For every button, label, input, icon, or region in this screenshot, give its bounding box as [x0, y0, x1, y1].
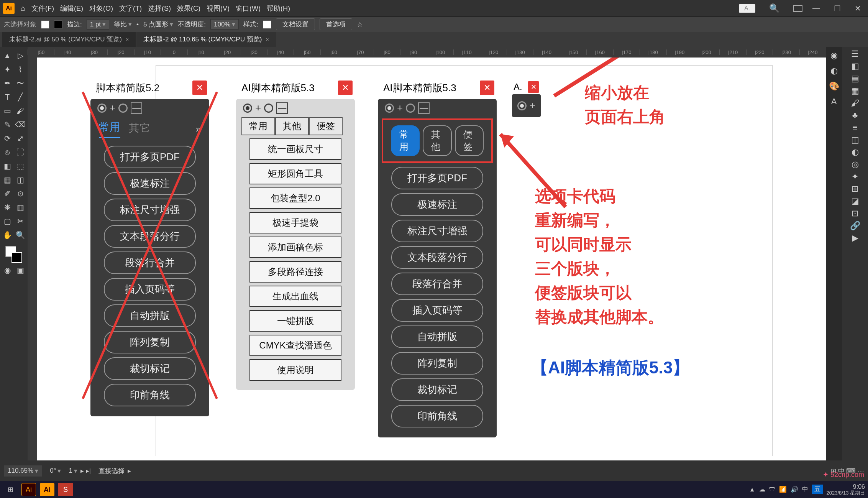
tray-icon[interactable]: ☁: [759, 486, 765, 493]
minimize-button[interactable]: —: [809, 4, 824, 13]
script-button[interactable]: 印前角线: [391, 405, 483, 427]
tray-volume-icon[interactable]: 🔊: [791, 486, 798, 493]
menu-help[interactable]: 帮助(H): [267, 4, 290, 13]
radio-on[interactable]: [243, 104, 252, 113]
menu-edit[interactable]: 编辑(E): [60, 4, 83, 13]
tab-notes[interactable]: 便签: [455, 125, 484, 156]
tray-ime-icon[interactable]: 中: [802, 485, 808, 493]
menu-effect[interactable]: 效果(C): [177, 4, 200, 13]
artboard-nav[interactable]: 1: [69, 467, 77, 475]
menu-window[interactable]: 窗口(W): [236, 4, 261, 13]
opacity-input[interactable]: 100%: [210, 19, 239, 30]
color-panel-icon[interactable]: ◉: [830, 51, 838, 61]
brushes-icon[interactable]: 🖌: [851, 98, 859, 108]
script-button[interactable]: 极速标注: [104, 172, 196, 195]
pathfinder-icon[interactable]: ◪: [851, 196, 859, 206]
rotate-input[interactable]: 0°: [50, 467, 61, 475]
script-button[interactable]: 矩形圆角工具: [249, 163, 341, 184]
tray-ime-badge[interactable]: 五: [812, 485, 823, 494]
recolor-icon[interactable]: 🎨: [829, 81, 839, 91]
graphic-styles-icon[interactable]: ✦: [852, 172, 858, 182]
script-button[interactable]: 文本段落分行: [391, 246, 483, 269]
tab-other[interactable]: 其他: [423, 125, 451, 156]
script-button[interactable]: 阵列复制: [104, 331, 196, 353]
doc-tab-1[interactable]: 未标题-2.ai @ 50 % (CMYK/CPU 预览)×: [2, 32, 136, 47]
selection-tool[interactable]: ▲: [1, 49, 14, 62]
menu-type[interactable]: 文字(T): [119, 4, 142, 13]
chevron-right-icon[interactable]: »: [196, 124, 201, 135]
tab-common[interactable]: 常用: [391, 125, 420, 156]
pin-icon[interactable]: ☆: [357, 20, 363, 29]
script-button[interactable]: CMYK查找潘通色: [249, 335, 341, 356]
close-icon[interactable]: ✕: [192, 81, 207, 95]
hand-tool[interactable]: ✋: [1, 228, 14, 242]
slice-tool[interactable]: ✂: [14, 215, 27, 228]
zoom-tool[interactable]: 🔍: [14, 228, 27, 242]
script-button[interactable]: 自动拼版: [104, 304, 196, 327]
script-button[interactable]: 段落行合并: [391, 273, 483, 295]
menu-file[interactable]: 文件(F): [31, 4, 54, 13]
close-icon[interactable]: ×: [266, 36, 269, 43]
script-button[interactable]: 一键拼版: [249, 310, 341, 332]
fill-stroke-control[interactable]: [5, 246, 22, 263]
start-button[interactable]: ⊞: [3, 483, 18, 496]
perspective-tool[interactable]: ⬚: [14, 159, 27, 173]
radio-off[interactable]: [264, 104, 273, 113]
curvature-tool[interactable]: 〜: [14, 77, 27, 90]
script-button[interactable]: 多段路径连接: [249, 261, 341, 283]
radio-on[interactable]: [97, 104, 107, 113]
minus-button[interactable]: —: [131, 102, 142, 114]
stroke-icon[interactable]: ≡: [853, 123, 858, 133]
stroke-weight-input[interactable]: 1 pt: [87, 19, 109, 30]
script-button[interactable]: 包装盒型2.0: [249, 187, 341, 209]
script-button[interactable]: 段落行合并: [104, 251, 196, 274]
tab-common[interactable]: 常用: [241, 117, 275, 135]
rotate-tool[interactable]: ⟳: [1, 132, 14, 145]
rect-tool[interactable]: ▭: [1, 104, 14, 117]
script-button[interactable]: 添加画稿色标: [249, 237, 341, 258]
stroke-swatch[interactable]: [54, 20, 62, 29]
line-tool[interactable]: ╱: [14, 90, 27, 104]
actions-icon[interactable]: ▶: [852, 233, 858, 243]
script-button[interactable]: 极速手提袋: [249, 212, 341, 233]
brush-dropdown[interactable]: 5 点圆形: [143, 20, 173, 29]
close-icon[interactable]: ✕: [480, 81, 494, 95]
style-swatch[interactable]: [263, 20, 271, 29]
symbol-spray[interactable]: ❋: [1, 201, 14, 214]
script-button[interactable]: 文本段落分行: [104, 225, 196, 248]
layers-icon[interactable]: ◧: [851, 61, 859, 71]
close-icon[interactable]: ×: [126, 36, 129, 43]
radio-on[interactable]: [385, 104, 394, 113]
script-button[interactable]: 插入页码等: [104, 278, 196, 301]
close-icon[interactable]: ✕: [528, 81, 539, 93]
blend-tool[interactable]: ⊙: [14, 187, 27, 200]
transform-icon[interactable]: ⊡: [852, 209, 858, 219]
tray-icon[interactable]: 🛡: [769, 486, 775, 493]
script-button[interactable]: 阵列复制: [391, 352, 483, 375]
tab-other[interactable]: 其他: [275, 117, 309, 135]
appearance-icon[interactable]: ◎: [852, 159, 859, 169]
transparency-icon[interactable]: ◐: [852, 147, 859, 157]
eyedropper-tool[interactable]: ✐: [1, 187, 14, 200]
lasso-tool[interactable]: ⌇: [14, 63, 27, 76]
symbols-icon[interactable]: ♣: [852, 110, 858, 120]
doc-tab-2[interactable]: 未标题-2 @ 110.65 % (CMYK/CPU 预览)×: [136, 32, 276, 47]
canvas[interactable]: 脚本精简版5.2 ✕ + — 常用 其它 » 打开多页PDF 极速标注 标注尺寸…: [37, 58, 826, 477]
color-mode[interactable]: ◉: [1, 264, 14, 277]
uniform-dropdown[interactable]: 等比: [114, 20, 132, 29]
prefs-button[interactable]: 首选项: [320, 18, 352, 30]
taskbar-app[interactable]: S: [58, 483, 73, 496]
graph-tool[interactable]: ▥: [14, 201, 27, 214]
close-icon[interactable]: ✕: [338, 81, 353, 95]
mesh-tool[interactable]: ▦: [1, 173, 14, 186]
tray-icon[interactable]: ▲: [749, 486, 755, 493]
swatches-icon[interactable]: ▦: [851, 86, 859, 96]
search-icon[interactable]: 🔍: [769, 3, 779, 13]
shaper-tool[interactable]: ✎: [1, 118, 14, 131]
script-button[interactable]: 印前角线: [104, 384, 196, 406]
brush-tool[interactable]: 🖌: [14, 104, 27, 117]
radio-off[interactable]: [406, 104, 415, 113]
direct-select-tool[interactable]: ▷: [14, 49, 27, 62]
script-button[interactable]: 自动拼版: [391, 325, 483, 348]
arrange-icon[interactable]: [793, 5, 802, 12]
